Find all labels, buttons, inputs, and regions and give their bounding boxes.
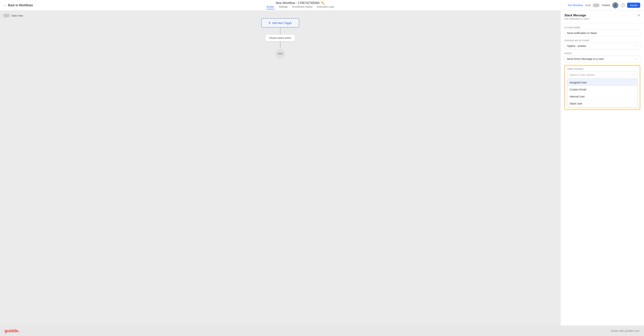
panel-subtitle: Get notifications in Slack	[564, 18, 589, 20]
dropdown-option-internal-label: Internal User	[570, 95, 585, 98]
panel-body: ACTION NAME Send notification to Slack C…	[561, 23, 644, 325]
guidde-logo-container: guidde.	[4, 328, 19, 333]
workflow-title-text: New Workflow : 1706742765084	[276, 1, 320, 5]
user-source-placeholder: Select a User Source	[570, 73, 595, 76]
tab-enrollment[interactable]: Enrollment History	[292, 5, 312, 9]
made-with-text: Made with guidde.com	[611, 329, 640, 332]
event-label: EVENT	[564, 52, 640, 55]
action-name-value: Send notification to Slack	[567, 32, 597, 35]
stats-view-toggle[interactable]	[3, 14, 10, 18]
avatar[interactable]: 👤	[612, 2, 618, 8]
tab-execution[interactable]: Execution Logs	[317, 5, 334, 9]
back-to-workflows[interactable]: ← Back to Workflows	[4, 4, 33, 7]
choose-account-select[interactable]: Topline - andrea ⌃⌄	[564, 43, 640, 49]
dropdown-option-custom[interactable]: Custom Email	[567, 86, 637, 93]
back-arrow-icon: ←	[4, 4, 6, 7]
choose-account-label: CHOOSE AN ACCOUNT	[564, 39, 640, 42]
stats-view-label: Stats View	[12, 14, 23, 17]
event-select[interactable]: Send Direct Message to a User ⌃⌄	[564, 56, 640, 62]
stats-view-container: Stats View	[3, 14, 23, 18]
connector-line-2	[280, 42, 280, 48]
chevron-down-icon: ⌃⌄	[634, 45, 638, 47]
test-workflow-button[interactable]: Test Workflow	[568, 4, 583, 7]
publish-button[interactable]: Publish	[602, 4, 610, 7]
made-with-container: Made with guidde.com	[611, 329, 640, 332]
event-value: Send Direct Message to a User	[567, 57, 604, 61]
workflow-title: New Workflow : 1706742765084 ✏️	[276, 1, 325, 5]
back-label: Back to Workflows	[8, 4, 33, 7]
choose-account-group: CHOOSE AN ACCOUNT Topline - andrea ⌃⌄	[564, 39, 640, 49]
header: ← Back to Workflows New Workflow : 17067…	[0, 0, 644, 11]
header-center: New Workflow : 1706742765084 ✏️ Builder …	[266, 1, 334, 9]
main-body: Stats View + Add New Trigger Please sele…	[0, 11, 644, 325]
close-panel-button[interactable]: ✕	[637, 14, 640, 17]
trigger-label: Add New Trigger	[272, 22, 292, 25]
chevron-down-icon-2: ⌃⌄	[634, 58, 638, 60]
draft-label: Draft	[585, 4, 590, 7]
connector-line-1	[280, 28, 280, 34]
right-panel: Slack Message Get notifications in Slack…	[560, 11, 644, 325]
end-node: END	[276, 49, 285, 59]
panel-title-group: Slack Message Get notifications in Slack	[564, 14, 589, 20]
end-label: END	[278, 53, 282, 55]
user-source-dropdown-trigger[interactable]: Select a User Source ⌃⌄	[567, 72, 638, 78]
plus-icon: +	[269, 21, 271, 25]
header-right: Test Workflow Draft Publish 👤 🕐 Saved	[568, 2, 640, 8]
action-node-text: Please select action	[269, 37, 291, 39]
canvas-inner: + Add New Trigger Please select action E…	[0, 11, 560, 325]
draft-toggle[interactable]	[593, 4, 600, 7]
chevron-updown-icon: ⌃⌄	[631, 74, 635, 76]
dropdown-option-assigned[interactable]: Assigned User	[567, 79, 637, 86]
user-source-section: USER SOURCE Select a User Source ⌃⌄ Assi…	[564, 65, 640, 110]
tab-builder[interactable]: Builder	[266, 5, 274, 9]
dropdown-option-custom-label: Custom Email	[570, 88, 586, 91]
bottom-bar: guidde. Made with guidde.com	[0, 325, 644, 336]
choose-account-value: Topline - andrea	[567, 45, 586, 48]
user-source-label: USER SOURCE	[567, 68, 638, 70]
action-name-label: ACTION NAME	[564, 27, 640, 29]
user-source-dropdown-list: Assigned User Custom Email Internal User…	[567, 79, 638, 107]
workflow-canvas[interactable]: Stats View + Add New Trigger Please sele…	[0, 11, 560, 325]
action-node[interactable]: Please select action	[265, 34, 295, 42]
history-icon[interactable]: 🕐	[621, 3, 625, 8]
add-trigger-box[interactable]: + Add New Trigger	[261, 18, 299, 28]
action-name-group: ACTION NAME Send notification to Slack	[564, 27, 640, 36]
dropdown-option-slack-label: Slack User	[570, 102, 582, 105]
action-name-input[interactable]: Send notification to Slack	[564, 30, 640, 36]
nav-tabs: Builder Settings Enrollment History Exec…	[266, 5, 334, 9]
panel-header: Slack Message Get notifications in Slack…	[561, 11, 644, 23]
event-group: EVENT Send Direct Message to a User ⌃⌄	[564, 52, 640, 62]
dropdown-option-slack[interactable]: Slack User	[567, 100, 637, 107]
edit-icon[interactable]: ✏️	[321, 1, 325, 5]
tab-settings[interactable]: Settings	[279, 5, 288, 9]
dropdown-option-assigned-label: Assigned User	[570, 81, 587, 84]
saved-button[interactable]: Saved	[627, 3, 640, 8]
dropdown-option-internal[interactable]: Internal User	[567, 93, 637, 100]
guidde-logo: guidde.	[4, 328, 19, 333]
panel-title: Slack Message	[564, 14, 589, 17]
